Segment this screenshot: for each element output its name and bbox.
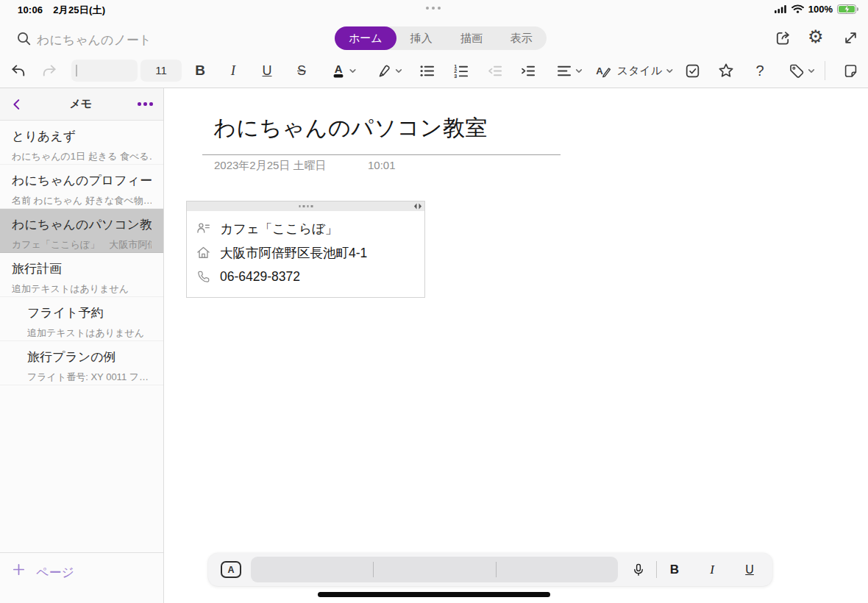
svg-text:3: 3	[454, 73, 457, 79]
keyboard-accessory-bar: A B I U	[208, 553, 772, 586]
underline-button[interactable]: U	[256, 58, 278, 83]
question-tag-button[interactable]: ?	[749, 58, 771, 83]
page-list-item-toriaezu[interactable]: とりあえず わにちゃんの1日 起きる 食べる…	[0, 121, 163, 165]
status-bar-left: 10:062月25日(土)	[18, 4, 105, 17]
page-list-item-travel-example[interactable]: 旅行プランの例 フライト番号: XY 0011 フ…	[0, 341, 163, 385]
sidebar-header: メモ	[0, 88, 163, 121]
chevron-down-icon	[395, 67, 403, 75]
accessory-italic-button[interactable]: I	[701, 553, 723, 586]
todo-tag-button[interactable]	[681, 58, 703, 83]
numbered-list-icon: 1 2 3	[452, 63, 469, 79]
italic-button[interactable]: I	[222, 58, 244, 83]
accessory-divider	[656, 561, 657, 578]
add-page-button[interactable]: ページ	[0, 552, 163, 603]
text-cursor	[76, 65, 77, 76]
font-color-icon: A	[330, 63, 346, 79]
status-date: 2月25日(土)	[53, 4, 105, 15]
tab-draw[interactable]: 描画	[447, 26, 497, 50]
redo-icon	[42, 63, 58, 79]
undo-button[interactable]	[7, 58, 29, 83]
bold-button[interactable]: B	[189, 58, 211, 83]
star-icon	[717, 62, 735, 79]
page-list-item-profile[interactable]: わにちゃんのプロフィール 名前 わにちゃん 好きな食べ物…	[0, 165, 163, 209]
top-chrome: 10:062月25日(土) 100%	[0, 0, 868, 88]
expand-icon	[842, 29, 859, 46]
page-list-item-pc-class-selected[interactable]: わにちゃんのパソコン教室 カフェ「ここらぼ」 大阪市阿倍…	[0, 209, 163, 253]
toolbar-divider	[825, 61, 825, 80]
settings-button[interactable]: ⚙	[808, 28, 824, 46]
page-canvas[interactable]: わにちゃんのパソコン教室 2023年2月25日 土曜日 10:01	[165, 88, 868, 603]
contact-icon	[196, 221, 211, 236]
gear-icon: ⚙	[808, 26, 824, 46]
outline-row-contact[interactable]: カフェ「ここらぼ」	[187, 216, 424, 240]
chevron-down-icon	[666, 67, 674, 75]
plus-icon	[12, 563, 26, 577]
home-indicator[interactable]	[318, 592, 550, 597]
indent-icon	[519, 63, 536, 79]
tags-button[interactable]	[789, 58, 816, 83]
page-time: 10:01	[368, 159, 396, 171]
outdent-button[interactable]	[483, 58, 505, 83]
accessory-bold-button[interactable]: B	[664, 553, 686, 586]
styles-button[interactable]: A スタイル	[594, 58, 674, 83]
note-icon	[842, 63, 859, 79]
font-size-field[interactable]: 11	[140, 60, 182, 82]
microphone-icon	[631, 563, 646, 577]
tab-insert[interactable]: 挿入	[396, 26, 447, 50]
share-button[interactable]	[774, 29, 791, 47]
page-list-item-travel-plan[interactable]: 旅行計画 追加テキストはありません	[0, 253, 163, 297]
autocorrect-toggle-button[interactable]: A	[221, 561, 241, 578]
notebook-name[interactable]: わにちゃんのノート	[37, 32, 152, 49]
note-outline-container[interactable]: カフェ「ここらぼ」 大阪市阿倍野区長池町4-1	[186, 201, 425, 298]
indent-button[interactable]	[516, 58, 538, 83]
share-icon	[774, 29, 791, 47]
home-icon	[196, 245, 211, 260]
align-left-icon	[556, 63, 573, 79]
chevron-down-icon	[808, 67, 816, 75]
search-icon	[16, 31, 32, 46]
highlighter-button[interactable]	[376, 58, 403, 83]
styles-label: スタイル	[617, 64, 662, 78]
multitask-handle-icon[interactable]	[426, 7, 441, 10]
outline-rows: カフェ「ここらぼ」 大阪市阿倍野区長池町4-1	[187, 211, 424, 297]
numbered-list-button[interactable]: 1 2 3	[449, 58, 472, 83]
resize-arrows-icon[interactable]	[413, 203, 422, 210]
status-bar-right: 100%	[775, 3, 856, 15]
tab-home[interactable]: ホーム	[335, 26, 396, 50]
cellular-icon	[775, 4, 787, 13]
alignment-button[interactable]	[556, 58, 583, 83]
add-page-label: ページ	[36, 564, 74, 581]
drag-dots-icon	[299, 205, 313, 207]
dictation-button[interactable]	[627, 553, 650, 586]
pages-sidebar: メモ とりあえず わにちゃんの1日 起きる 食べる… わにちゃんのプロフィール …	[0, 88, 164, 603]
accessory-underline-button[interactable]: U	[739, 553, 761, 586]
outline-row-address[interactable]: 大阪市阿倍野区長池町4-1	[187, 240, 424, 265]
page-list-item-flight-booking[interactable]: フライト予約 追加テキストはありません	[0, 297, 163, 341]
strikethrough-button[interactable]: S	[291, 58, 313, 83]
fullscreen-button[interactable]	[842, 29, 859, 46]
title-underline	[202, 154, 561, 155]
battery-percent: 100%	[808, 4, 833, 15]
page-date: 2023年2月25日 土曜日	[214, 159, 327, 173]
ribbon-tabs: ホーム 挿入 描画 表示	[335, 26, 547, 50]
predictive-text-bar[interactable]	[251, 557, 618, 582]
tag-icon	[789, 63, 805, 79]
phone-icon	[196, 269, 211, 285]
redo-button[interactable]	[39, 58, 61, 83]
font-name-field[interactable]	[71, 60, 138, 82]
outline-drag-handle[interactable]	[187, 201, 424, 211]
undo-icon	[10, 63, 26, 79]
tab-view[interactable]: 表示	[497, 26, 547, 50]
bullet-list-button[interactable]	[416, 58, 438, 83]
page-title[interactable]: わにちゃんのパソコン教室	[213, 113, 488, 143]
predict-divider	[496, 562, 497, 577]
back-button[interactable]	[10, 98, 24, 111]
highlighter-icon	[376, 63, 393, 79]
search-button[interactable]	[16, 31, 32, 46]
font-color-button[interactable]: A	[330, 58, 357, 83]
more-options-button[interactable]	[138, 102, 153, 106]
outline-row-phone[interactable]: 06-6429-8372	[187, 265, 424, 289]
styles-icon: A	[594, 62, 612, 79]
important-tag-button[interactable]	[715, 58, 737, 83]
sticky-note-button[interactable]	[839, 58, 861, 83]
